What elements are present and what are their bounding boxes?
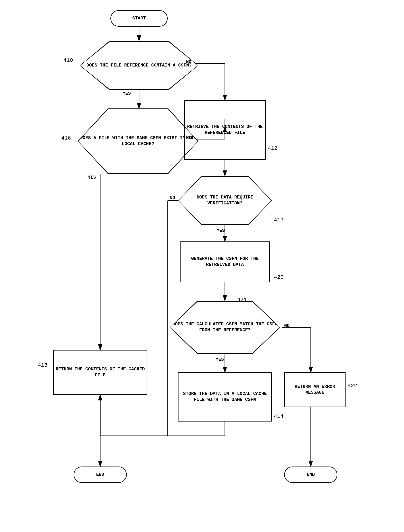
ref-416: 416 <box>61 135 71 141</box>
ref-414: 414 <box>274 413 284 419</box>
ref-412: 412 <box>268 145 278 151</box>
end2-shape: END <box>284 467 337 483</box>
ref-410: 410 <box>63 57 73 64</box>
decision2-shape: DOES A FILE WITH THE SAME CSFN EXIST IN … <box>78 109 198 174</box>
start-shape: START <box>110 10 168 27</box>
label-yes1: YES <box>123 91 131 96</box>
decision4-shape: DOES THE CALCULATED CSFN MATCH THE CSFN … <box>170 301 280 354</box>
ref-420: 420 <box>274 274 284 280</box>
return-error-shape: RETURN AN ERROR MESSAGE <box>284 372 346 407</box>
end1-shape: END <box>74 467 127 483</box>
label-yes2: YES <box>88 175 96 180</box>
flowchart-diagram: START DOES THE FILE REFERENCE CONTAIN A … <box>0 0 404 532</box>
store-shape: STORE THE DATA IN A LOCAL CACHE FILE WIT… <box>178 372 272 422</box>
generate-shape: GENERATE THE CSFN FOR THE RETREIVED DATA <box>180 241 270 282</box>
label-yes3: YES <box>217 228 225 233</box>
ref-419: 419 <box>274 217 284 223</box>
ref-418: 418 <box>38 362 47 368</box>
label-no1: NO <box>186 59 191 64</box>
label-yes4: YES <box>216 357 224 362</box>
retrieve-shape: RETRIEVE THE CONTENTS OF THE REFERENCED … <box>184 100 266 160</box>
ref-421: 421 <box>237 297 247 303</box>
ref-422: 422 <box>347 383 357 389</box>
decision3-shape: DOES THE DATA REQUIRE VERIFICATION? <box>178 176 272 225</box>
return-cached-shape: RETURN THE CONTENTS OF THE CACHED FILE <box>53 350 147 395</box>
label-no3: NO <box>170 195 175 200</box>
label-no2: NO <box>186 135 191 140</box>
label-no4: NO <box>284 323 290 328</box>
decision1-shape: DOES THE FILE REFERENCE CONTAIN A CSFN? <box>80 41 198 90</box>
